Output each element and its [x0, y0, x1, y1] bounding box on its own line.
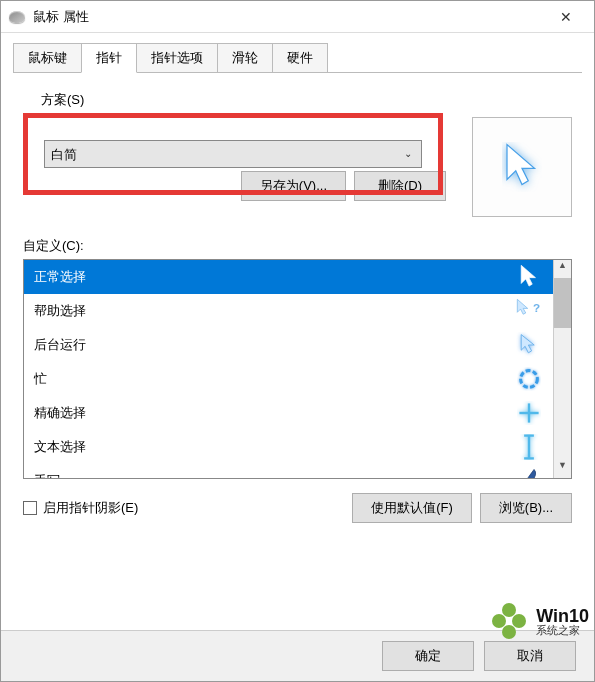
cancel-button[interactable]: 取消 [484, 641, 576, 671]
mouse-properties-dialog: 鼠标 属性 ✕ 鼠标键 指针 指针选项 滑轮 硬件 方案(S) 白简 ⌄ 另存为 [0, 0, 595, 682]
list-item-label: 后台运行 [34, 336, 86, 354]
pen-cursor-icon [515, 467, 543, 479]
svg-point-1 [521, 370, 538, 387]
svg-text:?: ? [533, 301, 540, 314]
watermark-logo-icon [492, 602, 530, 640]
list-item-label: 手写 [34, 472, 60, 479]
list-item[interactable]: 帮助选择 ? [24, 294, 553, 328]
scroll-thumb[interactable] [554, 278, 571, 328]
cursor-listbox[interactable]: 正常选择 帮助选择 ? 后台运行 [24, 260, 553, 478]
checkbox-box [23, 501, 37, 515]
scroll-up-button[interactable]: ▲ [554, 260, 571, 278]
tab-content: 方案(S) 白简 ⌄ 另存为(V)... 删除(D) 自定义(C): [1, 73, 594, 630]
watermark-brand: Win10 [536, 607, 589, 625]
list-item[interactable]: 忙 [24, 362, 553, 396]
listbox-scrollbar[interactable]: ▲ ▼ [553, 260, 571, 478]
ibeam-cursor-icon [515, 433, 543, 461]
checkbox-label: 启用指针阴影(E) [43, 499, 138, 517]
cursor-preview-box [472, 117, 572, 217]
preview-cursor-icon [502, 142, 542, 192]
busy-arrow-cursor-icon [515, 331, 543, 359]
scheme-label: 方案(S) [23, 91, 460, 109]
watermark: Win10 系统之家 [486, 598, 595, 644]
window-title: 鼠标 属性 [33, 8, 546, 26]
watermark-text: Win10 系统之家 [536, 607, 589, 636]
use-default-button[interactable]: 使用默认值(F) [352, 493, 472, 523]
list-item-label: 文本选择 [34, 438, 86, 456]
tabstrip: 鼠标键 指针 指针选项 滑轮 硬件 [13, 43, 582, 73]
options-row: 启用指针阴影(E) 使用默认值(F) 浏览(B)... [23, 493, 572, 523]
browse-button[interactable]: 浏览(B)... [480, 493, 572, 523]
customize-label: 自定义(C): [23, 237, 572, 255]
list-item-label: 精确选择 [34, 404, 86, 422]
pointer-shadow-checkbox[interactable]: 启用指针阴影(E) [23, 499, 138, 517]
cross-cursor-icon [515, 399, 543, 427]
annotation-highlight-box: 白简 ⌄ [23, 113, 443, 195]
scroll-down-button[interactable]: ▼ [554, 460, 571, 478]
watermark-site: 系统之家 [536, 625, 589, 636]
tab-pointer-options[interactable]: 指针选项 [136, 43, 218, 72]
list-item[interactable]: 正常选择 [24, 260, 553, 294]
list-item[interactable]: 精确选择 [24, 396, 553, 430]
tab-wheel[interactable]: 滑轮 [217, 43, 273, 72]
list-item-label: 忙 [34, 370, 47, 388]
busy-cursor-icon [515, 365, 543, 393]
tab-buttons[interactable]: 鼠标键 [13, 43, 82, 72]
scheme-row: 方案(S) 白简 ⌄ 另存为(V)... 删除(D) [23, 91, 572, 217]
arrow-cursor-icon [515, 263, 543, 291]
tab-hardware[interactable]: 硬件 [272, 43, 328, 72]
scheme-group: 方案(S) 白简 ⌄ 另存为(V)... 删除(D) [23, 91, 460, 201]
ok-button[interactable]: 确定 [382, 641, 474, 671]
scroll-track[interactable] [554, 328, 571, 460]
list-item-label: 正常选择 [34, 268, 86, 286]
list-item-label: 帮助选择 [34, 302, 86, 320]
customize-buttons: 使用默认值(F) 浏览(B)... [352, 493, 572, 523]
mouse-icon [9, 11, 25, 23]
list-item[interactable]: 文本选择 [24, 430, 553, 464]
help-cursor-icon: ? [515, 297, 543, 325]
scheme-dropdown[interactable]: 白简 [44, 140, 422, 168]
close-button[interactable]: ✕ [546, 1, 586, 32]
list-item[interactable]: 后台运行 [24, 328, 553, 362]
cursor-listbox-wrap: 正常选择 帮助选择 ? 后台运行 [23, 259, 572, 479]
tabs-container: 鼠标键 指针 指针选项 滑轮 硬件 [1, 33, 594, 73]
tab-pointers[interactable]: 指针 [81, 43, 137, 73]
titlebar: 鼠标 属性 ✕ [1, 1, 594, 33]
list-item[interactable]: 手写 [24, 464, 553, 478]
